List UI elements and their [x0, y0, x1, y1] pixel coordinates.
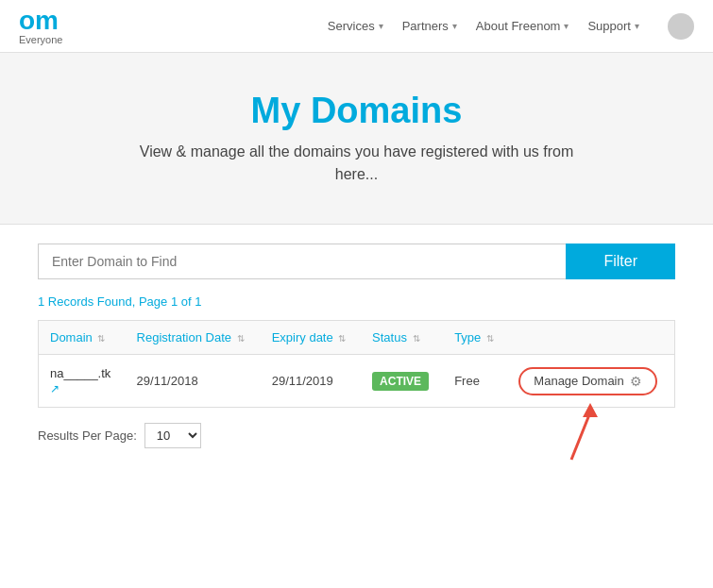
- sort-icon: ⇅: [486, 333, 494, 344]
- per-page-label: Results Per Page:: [38, 428, 137, 443]
- records-found-link[interactable]: 1 Records Found, Page 1 of 1: [38, 294, 201, 309]
- status-cell: ACTIVE: [361, 355, 443, 408]
- col-domain[interactable]: Domain ⇅: [39, 321, 126, 355]
- expiry-date-cell: 29/11/2019: [261, 355, 361, 408]
- chevron-icon: ▾: [635, 21, 639, 31]
- domain-name: na_____.tk: [50, 366, 114, 380]
- col-status[interactable]: Status ⇅: [361, 321, 443, 355]
- search-input[interactable]: [38, 244, 566, 279]
- chevron-icon: ▾: [564, 21, 569, 31]
- search-row: Filter: [38, 244, 675, 279]
- sort-icon: ⇅: [237, 333, 245, 344]
- logo-area: om Everyone: [19, 8, 62, 45]
- per-page-select[interactable]: 10 25 50 100: [144, 423, 201, 448]
- manage-domain-button[interactable]: Manage Domain ⚙: [518, 367, 656, 395]
- user-avatar[interactable]: [668, 13, 694, 40]
- red-arrow-annotation: [534, 398, 609, 464]
- page-title: My Domains: [19, 91, 694, 131]
- main-content: Filter 1 Records Found, Page 1 of 1 Doma…: [0, 225, 713, 467]
- sort-icon: ⇅: [97, 333, 105, 344]
- hero-subtitle: View & manage all the domains you have r…: [121, 141, 593, 186]
- logo-text: om: [19, 8, 62, 34]
- sort-icon: ⇅: [413, 333, 420, 344]
- records-info: 1 Records Found, Page 1 of 1: [38, 294, 675, 309]
- external-link-icon[interactable]: ↗: [50, 382, 114, 395]
- type-cell: Free: [443, 355, 507, 408]
- svg-line-0: [571, 412, 590, 460]
- nav-services[interactable]: Services ▾: [328, 19, 383, 33]
- gear-icon: ⚙: [630, 374, 642, 389]
- filter-button[interactable]: Filter: [566, 244, 675, 279]
- logo-tagline: Everyone: [19, 34, 62, 45]
- hero-section: My Domains View & manage all the domains…: [0, 53, 713, 225]
- nav-about[interactable]: About Freenom ▾: [476, 19, 569, 33]
- domain-cell: na_____.tk ↗: [39, 355, 126, 408]
- sort-icon: ⇅: [338, 333, 346, 344]
- domains-table: Domain ⇅ Registration Date ⇅ Expiry date…: [38, 320, 675, 408]
- table-header-row: Domain ⇅ Registration Date ⇅ Expiry date…: [39, 321, 675, 355]
- col-action: [507, 321, 674, 355]
- main-nav: Services ▾ Partners ▾ About Freenom ▾ Su…: [328, 13, 694, 40]
- chevron-icon: ▾: [379, 21, 383, 31]
- nav-support[interactable]: Support ▾: [587, 19, 639, 33]
- svg-marker-1: [583, 403, 598, 417]
- nav-partners[interactable]: Partners ▾: [402, 19, 457, 33]
- registration-date-cell: 29/11/2018: [126, 355, 261, 408]
- col-expiry[interactable]: Expiry date ⇅: [261, 321, 361, 355]
- chevron-icon: ▾: [452, 21, 457, 31]
- header: om Everyone Services ▾ Partners ▾ About …: [0, 0, 713, 53]
- col-type[interactable]: Type ⇅: [443, 321, 507, 355]
- status-badge: ACTIVE: [372, 372, 429, 391]
- col-reg-date[interactable]: Registration Date ⇅: [126, 321, 261, 355]
